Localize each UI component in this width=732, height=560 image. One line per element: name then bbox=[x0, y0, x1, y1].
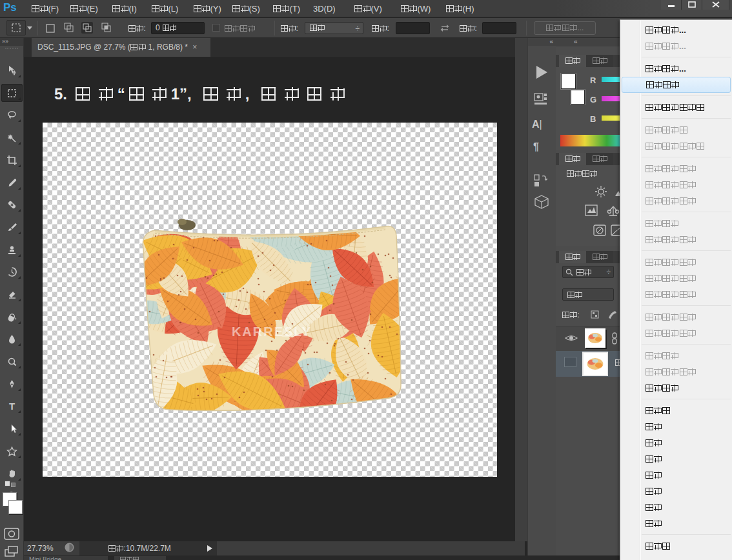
svg-text:KARRESLY: KARRESLY bbox=[232, 325, 312, 339]
